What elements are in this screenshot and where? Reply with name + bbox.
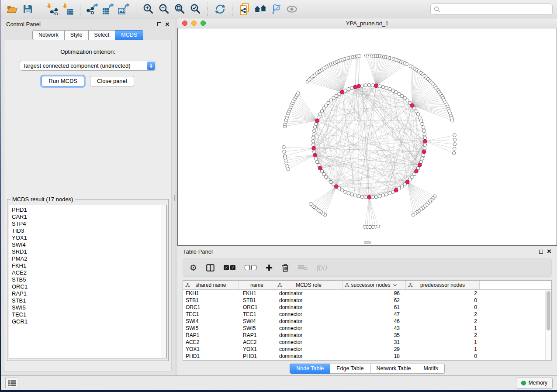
- import-network-icon[interactable]: [45, 2, 59, 16]
- tab-style[interactable]: Style: [65, 30, 89, 40]
- deselect-all-icon[interactable]: [245, 265, 256, 270]
- cell-successor-nodes: 46: [343, 318, 406, 324]
- table-settings-icon[interactable]: ⚙: [190, 264, 197, 272]
- cell-successor-nodes: 35: [343, 332, 406, 338]
- horizontal-splitter-handle[interactable]: [364, 241, 371, 244]
- float-table-panel-icon[interactable]: [539, 250, 543, 254]
- open-session-icon[interactable]: [5, 2, 19, 16]
- mcds-list-scrollbar[interactable]: [161, 205, 166, 358]
- tab-motifs[interactable]: Motifs: [417, 364, 444, 374]
- tab-network-table[interactable]: Network Table: [370, 364, 418, 374]
- cell-MCDS-role: dominator: [275, 318, 343, 324]
- add-row-icon[interactable]: ✚: [266, 264, 273, 272]
- control-panel-title: Control Panel: [6, 21, 41, 28]
- node-table[interactable]: shared namenameMCDS rolesuccessor nodesp…: [183, 280, 552, 361]
- mcds-result-item[interactable]: PMA2: [12, 255, 166, 262]
- table-row[interactable]: RAP1RAP1dominator352: [183, 332, 551, 339]
- zoom-in-icon[interactable]: [142, 2, 155, 16]
- table-row[interactable]: SWI5SWI5connector431: [183, 325, 551, 332]
- network-from-clipboard-icon[interactable]: [238, 2, 251, 16]
- tab-mcds[interactable]: MCDS: [115, 30, 143, 40]
- list-icon: [8, 380, 16, 386]
- status-bar: Memory: [1, 375, 557, 390]
- hide-flagged-icon[interactable]: [269, 2, 283, 16]
- table-row[interactable]: PHD1PHD1dominator180: [183, 353, 551, 360]
- float-panel-icon[interactable]: [157, 22, 161, 26]
- mcds-result-item[interactable]: GCR1: [12, 318, 166, 325]
- column-header-MCDS-role[interactable]: MCDS role: [275, 281, 343, 289]
- toolbar-separator: [40, 3, 40, 16]
- mcds-result-item[interactable]: SWI4: [12, 241, 166, 248]
- toolbar-search-input[interactable]: [442, 6, 549, 12]
- table-scrollbar[interactable]: [545, 290, 551, 360]
- tab-network[interactable]: Network: [32, 30, 65, 40]
- table-row[interactable]: SWI4SWI4dominator462: [183, 318, 551, 325]
- show-hidden-eye-icon[interactable]: [285, 2, 298, 16]
- table-row[interactable]: TEC1TEC1connector472: [183, 311, 551, 318]
- close-panel-button[interactable]: Close panel: [90, 76, 134, 86]
- run-mcds-button[interactable]: Run MCDS: [42, 76, 84, 86]
- node-table-header: shared namenameMCDS rolesuccessor nodesp…: [183, 281, 551, 290]
- table-row[interactable]: FKH1FKH1dominator962: [183, 290, 551, 297]
- mcds-result-item[interactable]: FKH1: [12, 262, 166, 269]
- mcds-result-item[interactable]: PHD1: [12, 206, 166, 213]
- toolbar-search[interactable]: [430, 3, 553, 15]
- table-scrollbar-thumb[interactable]: [547, 291, 550, 330]
- cell-shared-name: YOX1: [183, 346, 239, 352]
- search-networks-icon[interactable]: [253, 2, 267, 16]
- zoom-selected-icon[interactable]: [189, 2, 202, 16]
- zoom-out-icon[interactable]: [157, 2, 171, 16]
- cell-shared-name: ORC1: [183, 304, 239, 310]
- tab-node-table[interactable]: Node Table: [290, 364, 330, 374]
- toolbar-separator: [208, 3, 208, 16]
- column-header-successor-nodes[interactable]: successor nodes: [343, 281, 406, 289]
- mcds-result-item[interactable]: TEC1: [12, 311, 166, 318]
- table-row[interactable]: YOX1YOX1connector291: [183, 346, 551, 353]
- network-window: YPA_prune.txt_1: [177, 18, 557, 246]
- column-header-shared-name[interactable]: shared name: [183, 281, 239, 289]
- cell-predecessor-nodes: 2: [406, 318, 480, 324]
- save-session-icon[interactable]: [21, 2, 35, 16]
- memory-button[interactable]: Memory: [516, 378, 553, 389]
- mcds-result-item[interactable]: YOX1: [12, 234, 166, 241]
- export-image-icon[interactable]: [117, 2, 131, 16]
- cell-predecessor-nodes: 1: [406, 325, 480, 331]
- delete-row-icon[interactable]: [282, 264, 289, 272]
- mcds-panel: Optimization criterion: largest connecte…: [4, 40, 172, 372]
- close-panel-icon[interactable]: ×: [165, 22, 170, 27]
- network-canvas[interactable]: [177, 28, 557, 246]
- network-window-titlebar[interactable]: YPA_prune.txt_1: [177, 18, 557, 28]
- column-header-predecessor-nodes[interactable]: predecessor nodes: [406, 281, 480, 289]
- mcds-result-item[interactable]: TID3: [12, 227, 166, 234]
- export-table-icon[interactable]: [101, 2, 115, 16]
- import-table-icon[interactable]: [61, 2, 75, 16]
- mcds-result-item[interactable]: ORC1: [12, 283, 166, 290]
- tab-edge-table[interactable]: Edge Table: [330, 364, 370, 374]
- close-table-panel-icon[interactable]: ×: [547, 249, 551, 254]
- table-row[interactable]: ACE2ACE2connector311: [183, 339, 551, 346]
- show-columns-icon[interactable]: [206, 264, 214, 272]
- mcds-result-item[interactable]: STP4: [12, 220, 166, 227]
- tab-select[interactable]: Select: [89, 30, 116, 40]
- select-all-icon[interactable]: ✓✓: [224, 265, 235, 270]
- mcds-result-item[interactable]: SWI5: [12, 304, 166, 311]
- mcds-result-item[interactable]: CAR1: [12, 213, 166, 220]
- criterion-select[interactable]: largest connected component (undirected): [20, 61, 156, 71]
- table-row[interactable]: ORC1ORC1dominator610: [183, 304, 551, 311]
- column-header-name[interactable]: name: [239, 281, 275, 289]
- cell-name: PHD1: [239, 353, 275, 359]
- refresh-layout-icon[interactable]: [213, 2, 227, 16]
- mcds-result-item[interactable]: ACE2: [12, 269, 166, 276]
- table-row[interactable]: STB1STB1dominator620: [183, 297, 551, 304]
- zoom-fit-icon[interactable]: [173, 2, 187, 16]
- export-network-icon[interactable]: [86, 2, 99, 16]
- network-graph[interactable]: [178, 28, 557, 245]
- mcds-result-item[interactable]: RAP1: [12, 290, 166, 297]
- mcds-result-item[interactable]: SRD1: [12, 248, 166, 255]
- task-history-button[interactable]: [5, 378, 18, 388]
- cell-predecessor-nodes: 0: [406, 304, 480, 310]
- mcds-result-list[interactable]: PHD1CAR1STP4TID3YOX1SWI4SRD1PMA2FKH1ACE2…: [9, 205, 167, 358]
- mcds-result-item[interactable]: STB1: [12, 297, 166, 304]
- cell-successor-nodes: 47: [343, 311, 406, 317]
- mcds-result-item[interactable]: STB5: [12, 276, 166, 283]
